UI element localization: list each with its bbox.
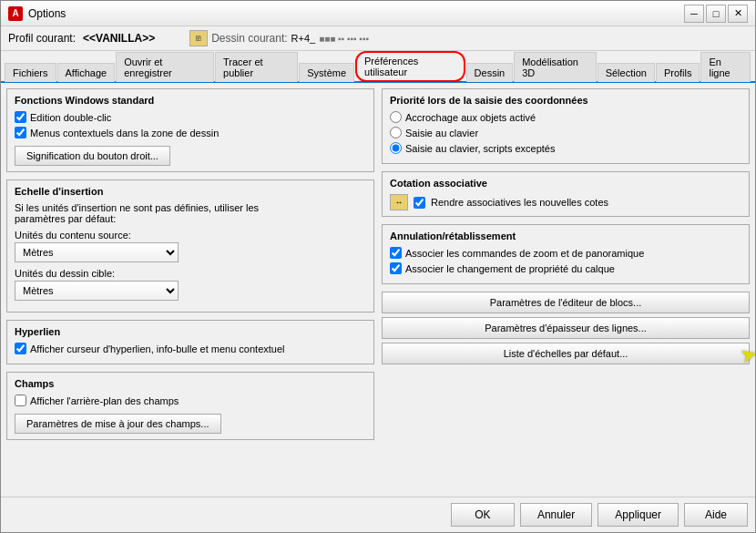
tab-affichage[interactable]: Affichage <box>57 63 116 82</box>
options-window: A Options ─ □ ✕ Profil courant: <<VANILL… <box>0 0 756 533</box>
tab-fichiers[interactable]: Fichiers <box>5 63 56 82</box>
footer: OK Annuler Appliquer Aide <box>1 497 755 532</box>
radio1-row: Accrochage aux objets activé <box>390 111 741 123</box>
tab-systeme[interactable]: Système <box>299 63 354 82</box>
tab-profils[interactable]: Profils <box>656 63 700 82</box>
radio2-label: Saisie au clavier <box>405 128 478 138</box>
blocs-button[interactable]: Paramètres de l'éditeur de blocs... <box>382 292 750 313</box>
app-icon: A <box>8 6 23 21</box>
annulation-row1: Associer les commandes de zoom et de pan… <box>390 247 741 259</box>
echelle-title: Echelle d'insertion <box>15 186 366 197</box>
annulation-row2: Associer le changement de propriété du c… <box>390 262 741 274</box>
signification-button[interactable]: Signification du bouton droit... <box>15 146 170 166</box>
edition-checkbox[interactable] <box>15 111 26 123</box>
dessin-info: 🖹 Dessin courant: R+4_ ■■■ ▪▪ ▪▪▪ ▪▪▪ <box>189 30 369 46</box>
source-select[interactable]: Mètres Centimètres Millimètres <box>15 242 179 262</box>
windows-section-title: Fonctions Windows standard <box>15 95 366 106</box>
dessin-extra: ■■■ ▪▪ ▪▪▪ ▪▪▪ <box>319 34 369 44</box>
tab-enligne[interactable]: En ligne <box>700 52 751 82</box>
dessin-label: Dessin courant: <box>211 32 287 45</box>
cursor-arrow-icon: ➤ <box>738 342 755 369</box>
annulation-title: Annulation/rétablissement <box>390 231 741 241</box>
edition-label: Edition double-clic <box>30 112 111 123</box>
cotation-icon: ↔ <box>390 194 408 210</box>
cotation-checkbox[interactable] <box>414 197 425 209</box>
dessin-icon: 🖹 <box>189 30 208 46</box>
champs-button[interactable]: Paramètres de mise à jour des champs... <box>15 414 221 434</box>
cotation-row: ↔ Rendre associatives les nouvelles cote… <box>390 194 741 210</box>
tabs-bar: Fichiers Affichage Ouvrir et enregistrer… <box>1 51 755 83</box>
source-label: Unités du contenu source: <box>15 230 366 241</box>
radio3-row: Saisie au clavier, scripts exceptés <box>390 142 741 154</box>
radio1[interactable] <box>390 111 402 123</box>
cible-select[interactable]: Mètres Centimètres Millimètres <box>15 281 179 301</box>
champs-checkbox[interactable] <box>15 395 26 406</box>
profile-label: Profil courant: <box>8 32 76 45</box>
ok-button[interactable]: OK <box>451 503 515 527</box>
close-button[interactable]: ✕ <box>728 5 748 23</box>
profile-value: <<VANILLA>> <box>83 32 155 45</box>
tab-ouvrir[interactable]: Ouvrir et enregistrer <box>116 52 214 82</box>
cotation-label: Rendre associatives les nouvelles cotes <box>431 197 608 208</box>
main-content: Fonctions Windows standard Edition doubl… <box>1 83 755 497</box>
radio3-label: Saisie au clavier, scripts exceptés <box>405 143 555 154</box>
champs-title: Champs <box>15 378 366 389</box>
left-panel: Fonctions Windows standard Edition doubl… <box>6 88 374 491</box>
minimize-button[interactable]: ─ <box>684 5 704 23</box>
hyperlien-label: Afficher curseur d'hyperlien, info-bulle… <box>30 343 285 354</box>
annulation-checkbox1[interactable] <box>390 247 402 259</box>
champs-label: Afficher l'arrière-plan des champs <box>30 395 179 406</box>
priorite-section: Priorité lors de la saisie des coordonné… <box>382 88 750 164</box>
radio2[interactable] <box>390 127 402 138</box>
right-panel: Priorité lors de la saisie des coordonné… <box>382 88 750 491</box>
edition-row: Edition double-clic <box>15 111 366 123</box>
cible-label: Unités du dessin cible: <box>15 268 366 279</box>
profile-bar: Profil courant: <<VANILLA>> 🖹 Dessin cou… <box>1 26 755 51</box>
menus-row: Menus contextuels dans la zone de dessin <box>15 127 366 138</box>
tab-selection[interactable]: Sélection <box>598 63 655 82</box>
priorite-title: Priorité lors de la saisie des coordonné… <box>390 95 741 106</box>
annulation-checkbox2[interactable] <box>390 262 402 274</box>
annulation-label2: Associer le changement de propriété du c… <box>405 263 615 274</box>
champs-section: Champs Afficher l'arrière-plan des champ… <box>6 372 374 440</box>
echelle-subtitle: Si les unités d'insertion ne sont pas dé… <box>15 202 366 224</box>
tab-modelisation[interactable]: Modélisation 3D <box>514 52 596 82</box>
title-bar: A Options ─ □ ✕ <box>1 1 755 26</box>
aide-button[interactable]: Aide <box>684 503 748 527</box>
annulation-section: Annulation/rétablissement Associer les c… <box>382 224 750 284</box>
cotation-section: Cotation associative ↔ Rendre associativ… <box>382 171 750 217</box>
hyperlien-title: Hyperlien <box>15 326 366 337</box>
action-buttons: Paramètres de l'éditeur de blocs... Para… <box>382 292 750 368</box>
hyperlien-checkbox[interactable] <box>15 343 26 354</box>
tab-preferences[interactable]: Préférences utilisateur <box>355 51 465 82</box>
menus-checkbox[interactable] <box>15 127 26 138</box>
dessin-value: R+4_ <box>291 33 316 44</box>
hyperlien-row: Afficher curseur d'hyperlien, info-bulle… <box>15 343 366 354</box>
appliquer-button[interactable]: Appliquer <box>598 503 679 527</box>
windows-section: Fonctions Windows standard Edition doubl… <box>6 88 374 172</box>
annuler-button[interactable]: Annuler <box>520 503 592 527</box>
tab-dessin[interactable]: Dessin <box>466 63 514 82</box>
cotation-title: Cotation associative <box>390 178 741 189</box>
window-title: Options <box>28 7 684 20</box>
echelle-section: Echelle d'insertion Si les unités d'inse… <box>6 179 374 313</box>
champs-row: Afficher l'arrière-plan des champs <box>15 395 366 406</box>
hyperlien-section: Hyperlien Afficher curseur d'hyperlien, … <box>6 320 374 364</box>
cible-row: Unités du dessin cible: Mètres Centimètr… <box>15 268 366 301</box>
epaisseur-button[interactable]: Paramètres d'épaisseur des lignes... <box>382 317 750 339</box>
tab-tracer[interactable]: Tracer et publier <box>215 52 298 82</box>
menus-label: Menus contextuels dans la zone de dessin <box>30 128 219 138</box>
maximize-button[interactable]: □ <box>706 5 726 23</box>
radio1-label: Accrochage aux objets activé <box>405 112 536 123</box>
window-controls: ─ □ ✕ <box>684 5 748 23</box>
radio2-row: Saisie au clavier <box>390 127 741 138</box>
radio3[interactable] <box>390 142 402 154</box>
echelles-button[interactable]: Liste d'échelles par défaut... <box>382 343 750 364</box>
annulation-label1: Associer les commandes de zoom et de pan… <box>405 248 644 259</box>
source-row: Unités du contenu source: Mètres Centimè… <box>15 230 366 262</box>
